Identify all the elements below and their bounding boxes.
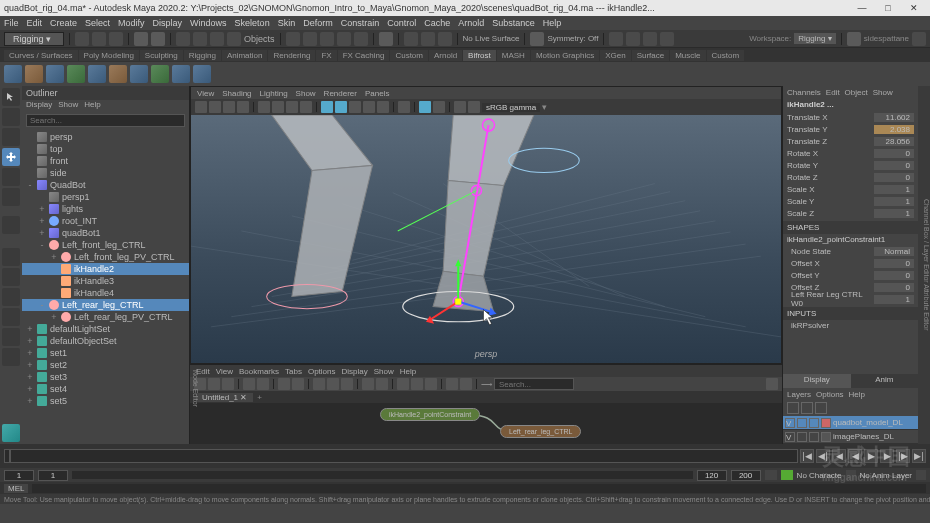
step-back-button[interactable]: ◀| — [816, 449, 830, 463]
attr-value-input[interactable]: 0 — [874, 173, 914, 182]
outliner-search-input[interactable] — [26, 114, 185, 127]
outliner-node[interactable]: +root_INT — [22, 215, 189, 227]
menu-modify[interactable]: Modify — [118, 18, 145, 28]
select-mode-icon[interactable] — [176, 32, 190, 46]
shelf-tab[interactable]: Arnold — [429, 50, 462, 61]
shelf-tab[interactable]: XGen — [600, 50, 630, 61]
vp-select-camera-icon[interactable] — [195, 101, 207, 113]
graph-node[interactable]: Left_rear_leg_CTRL — [500, 425, 581, 438]
shelf-tab[interactable]: FX Caching — [338, 50, 390, 61]
vp-shaded-icon[interactable] — [335, 101, 347, 113]
display-layers-tab[interactable]: Display — [783, 374, 851, 388]
outliner-node[interactable]: persp1 — [22, 191, 189, 203]
menu-create[interactable]: Create — [50, 18, 77, 28]
menu-deform[interactable]: Deform — [303, 18, 333, 28]
vp-grid-icon[interactable] — [258, 101, 270, 113]
vp-lights-icon[interactable] — [363, 101, 375, 113]
menu-skin[interactable]: Skin — [278, 18, 296, 28]
script-language-button[interactable]: MEL — [4, 484, 28, 493]
save-scene-icon[interactable] — [109, 32, 123, 46]
move-layer-up-icon[interactable] — [801, 402, 813, 414]
ne-add-icon[interactable] — [243, 378, 255, 390]
ne-show-all-icon[interactable] — [313, 378, 325, 390]
outliner-node[interactable]: +defaultObjectSet — [22, 335, 189, 347]
new-scene-icon[interactable] — [75, 32, 89, 46]
add-tab-button[interactable]: + — [257, 393, 262, 402]
selected-object-name[interactable]: ikHandle2 ... — [783, 98, 918, 111]
shelf-tab[interactable]: Rendering — [268, 50, 315, 61]
menu-skeleton[interactable]: Skeleton — [235, 18, 270, 28]
range-start-input[interactable] — [4, 470, 34, 481]
outliner-node[interactable]: +set5 — [22, 395, 189, 407]
menu-select[interactable]: Select — [85, 18, 110, 28]
channel-attr-row[interactable]: Offset Y0 — [783, 269, 918, 281]
outliner-node[interactable]: +lights — [22, 203, 189, 215]
shelf-tab[interactable]: FX — [316, 50, 336, 61]
ne-output-icon[interactable] — [222, 378, 234, 390]
viewport-menu-item[interactable]: Show — [296, 89, 316, 98]
ipr-render-icon[interactable] — [421, 32, 435, 46]
attr-value-input[interactable]: 1 — [874, 197, 914, 206]
right-sidebar-tabs[interactable]: Channel Box / Layer Editor Attribute Edi… — [918, 86, 930, 444]
shelf-icon[interactable] — [4, 65, 22, 83]
auto-key-button[interactable] — [781, 470, 793, 480]
ne-pin-icon[interactable] — [362, 378, 374, 390]
layout-persp-graph-icon[interactable] — [2, 308, 20, 326]
layout-uv-icon[interactable] — [2, 348, 20, 366]
outliner-menu-item[interactable]: Help — [84, 100, 100, 112]
shelf-icon[interactable] — [67, 65, 85, 83]
ne-menu-item[interactable]: Show — [374, 367, 394, 376]
node-editor-tab[interactable]: Untitled_1 ✕ — [196, 393, 253, 402]
shelf-tab[interactable]: Rigging — [184, 50, 221, 61]
node-editor-canvas[interactable]: ikHandle2_pointConstraintLeft_rear_leg_C… — [190, 403, 782, 444]
attr-value-input[interactable]: 0 — [874, 283, 914, 292]
go-end-button[interactable]: ▶| — [912, 449, 926, 463]
menu-help[interactable]: Help — [543, 18, 562, 28]
channel-attr-row[interactable]: Left Rear Leg CTRL W01 — [783, 293, 918, 305]
snap-curve-icon[interactable] — [303, 32, 317, 46]
playback-end-input[interactable] — [697, 470, 727, 481]
range-track[interactable] — [72, 471, 693, 479]
toggle-attr-icon[interactable] — [626, 32, 640, 46]
graph-node[interactable]: ikHandle2_pointConstraint — [380, 408, 480, 421]
channel-attr-row[interactable]: Scale Y1 — [783, 195, 918, 207]
shelf-icon[interactable] — [109, 65, 127, 83]
menu-file[interactable]: File — [4, 18, 19, 28]
move-layer-down-icon[interactable] — [815, 402, 827, 414]
lasso-tool[interactable] — [2, 108, 20, 126]
menu-cache[interactable]: Cache — [424, 18, 450, 28]
vp-xray-joints-icon[interactable] — [433, 101, 445, 113]
outliner-node[interactable]: +set3 — [22, 371, 189, 383]
vp-image-plane-icon[interactable] — [237, 101, 249, 113]
attr-value-input[interactable]: 1 — [874, 209, 914, 218]
outliner-node[interactable]: front — [22, 155, 189, 167]
range-options-icon[interactable] — [765, 470, 777, 480]
key-forward-button[interactable]: ▶ — [880, 449, 894, 463]
layer-playback-toggle[interactable] — [797, 418, 807, 428]
minimize-button[interactable]: — — [850, 1, 874, 15]
snap-point-icon[interactable] — [320, 32, 334, 46]
undo-icon[interactable] — [134, 32, 148, 46]
constraint-name[interactable]: ikHandle2_pointConstraint1 — [783, 234, 918, 245]
render-icon[interactable] — [404, 32, 418, 46]
vp-colorspace-dropdown[interactable]: sRGB gamma — [482, 103, 540, 112]
layer-playback-toggle[interactable] — [797, 432, 807, 442]
menu-arnold[interactable]: Arnold — [458, 18, 484, 28]
layer-row[interactable]: Vquadbot_model_DL — [783, 416, 918, 430]
new-layer-icon[interactable] — [787, 402, 799, 414]
attr-value-input[interactable]: 0 — [874, 259, 914, 268]
menu-control[interactable]: Control — [387, 18, 416, 28]
outliner-node[interactable]: ikHandle3 — [22, 275, 189, 287]
channel-attr-row[interactable]: Rotate X0 — [783, 147, 918, 159]
anim-layer-dropdown[interactable]: No Anim Layer — [860, 471, 912, 480]
viewport-menu-item[interactable]: Renderer — [324, 89, 357, 98]
input-node[interactable]: ikRPsolver — [783, 320, 918, 331]
outliner-node[interactable]: +Left_front_leg_PV_CTRL — [22, 251, 189, 263]
open-scene-icon[interactable] — [92, 32, 106, 46]
viewport-menu-item[interactable]: View — [197, 89, 214, 98]
outliner-node[interactable]: +set1 — [22, 347, 189, 359]
cb-menu-item[interactable]: Object — [845, 88, 868, 97]
shelf-icon[interactable] — [172, 65, 190, 83]
outliner-node[interactable]: +set4 — [22, 383, 189, 395]
shelf-tab[interactable]: Surface — [632, 50, 670, 61]
